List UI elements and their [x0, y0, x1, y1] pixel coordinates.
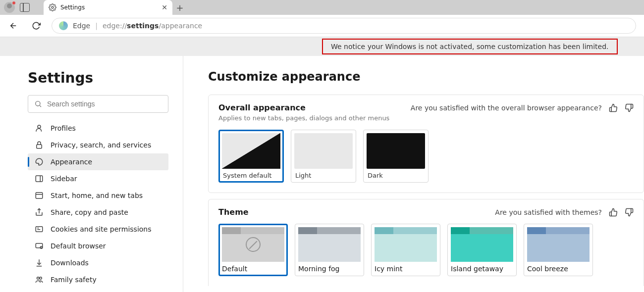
nav-icon: [35, 225, 44, 234]
sidebar-item-privacy-search-and-services[interactable]: Privacy, search, and services: [28, 137, 168, 153]
overall-title: Overall appearance: [218, 103, 306, 112]
sidebar-item-cookies-and-site-permissions[interactable]: Cookies and site permissions: [28, 221, 168, 238]
theme-feedback-text: Are you satisfied with themes?: [495, 208, 602, 216]
browser-tab[interactable]: Settings ✕: [44, 0, 172, 15]
sidebar-item-sidebar[interactable]: Sidebar: [28, 170, 168, 187]
svg-rect-3: [37, 145, 42, 148]
overall-appearance-section: Overall appearance Are you satisfied wit…: [208, 95, 644, 193]
nav-icon: [35, 174, 44, 183]
page-heading: Customize appearance: [208, 70, 644, 84]
nav-icon: [35, 275, 44, 284]
theme-title: Theme: [218, 207, 249, 217]
search-settings-input[interactable]: [28, 95, 168, 113]
sidebar-item-profiles[interactable]: Profiles: [28, 120, 168, 137]
address-url: edge://settings/appearance: [103, 22, 202, 30]
titlebar: Settings ✕ +: [0, 0, 644, 15]
theme-option-default[interactable]: Default: [218, 224, 288, 276]
appearance-option-dark[interactable]: Dark: [363, 130, 429, 183]
none-icon: [246, 237, 261, 252]
appearance-option-light[interactable]: Light: [291, 130, 356, 183]
notice-row: We notice your Windows is not activated,…: [0, 37, 644, 56]
thumbs-down-icon[interactable]: [625, 103, 634, 112]
theme-section: Theme Are you satisfied with themes? Def…: [208, 199, 644, 286]
nav-icon: [35, 124, 44, 133]
svg-rect-4: [36, 176, 43, 182]
theme-option-icy-mint[interactable]: Icy mint: [371, 224, 440, 276]
svg-rect-12: [36, 243, 43, 248]
thumbs-up-icon[interactable]: [609, 103, 618, 112]
sidebar-item-appearance[interactable]: Appearance: [28, 153, 168, 170]
address-product: Edge: [73, 22, 90, 30]
svg-point-14: [37, 277, 40, 280]
appearance-option-system-default[interactable]: System default: [218, 130, 284, 183]
nav-icon: [35, 208, 44, 217]
settings-sidebar: Settings ProfilesPrivacy, search, and se…: [0, 56, 183, 292]
thumbs-down-icon[interactable]: [625, 208, 634, 217]
address-bar[interactable]: Edge | edge://settings/appearance: [52, 18, 636, 34]
activation-notice: We notice your Windows is not activated,…: [322, 39, 618, 54]
nav-icon: [35, 141, 44, 149]
svg-point-15: [40, 277, 42, 280]
svg-point-0: [52, 6, 54, 8]
svg-point-1: [36, 101, 40, 106]
overall-subtitle: Applies to new tabs, pages, dialogs and …: [218, 114, 634, 122]
theme-option-cool-breeze[interactable]: Cool breeze: [524, 224, 593, 276]
nav-icon: [35, 242, 44, 250]
tab-actions-icon[interactable]: [20, 3, 30, 12]
sidebar-item-default-browser[interactable]: Default browser: [28, 238, 168, 254]
search-icon: [34, 100, 42, 108]
svg-rect-6: [36, 193, 43, 198]
thumbs-up-icon[interactable]: [609, 208, 618, 217]
profile-icon[interactable]: [4, 2, 15, 13]
settings-content: Customize appearance Overall appearance …: [183, 56, 644, 292]
sidebar-heading: Settings: [28, 70, 183, 86]
nav-icon: [35, 191, 44, 200]
svg-point-2: [38, 125, 41, 128]
refresh-button[interactable]: [29, 18, 44, 33]
theme-option-island-getaway[interactable]: Island getaway: [447, 224, 517, 276]
gear-icon: [49, 3, 56, 11]
edge-logo-icon: [59, 21, 68, 30]
sidebar-item-downloads[interactable]: Downloads: [28, 254, 168, 271]
sidebar-item-share-copy-and-paste[interactable]: Share, copy and paste: [28, 204, 168, 221]
tab-title: Settings: [60, 4, 85, 11]
back-button[interactable]: [6, 18, 21, 33]
close-tab-icon[interactable]: ✕: [161, 3, 167, 11]
toolbar: Edge | edge://settings/appearance: [0, 15, 644, 37]
new-tab-button[interactable]: +: [172, 0, 187, 15]
nav-icon: [35, 258, 44, 267]
nav-icon: [35, 157, 44, 166]
sidebar-item-start-home-and-new-tabs[interactable]: Start, home, and new tabs: [28, 187, 168, 204]
overall-feedback-text: Are you satisfied with the overall brows…: [411, 104, 602, 112]
theme-option-morning-fog[interactable]: Morning fog: [295, 224, 364, 276]
sidebar-item-family-safety[interactable]: Family safety: [28, 271, 168, 288]
